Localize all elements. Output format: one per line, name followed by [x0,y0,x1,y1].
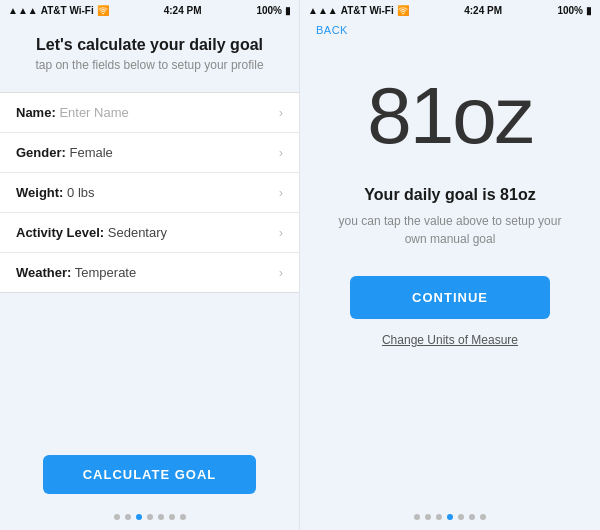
name-field-row[interactable]: Name: Enter Name › [0,93,299,133]
wifi-icon-r: 🛜 [397,5,409,16]
page-subtitle: tap on the fields below to setup your pr… [20,58,279,72]
weather-label: Weather: Temperate [16,265,136,280]
change-units-link[interactable]: Change Units of Measure [382,333,518,347]
dot-4 [147,514,153,520]
chevron-icon: › [279,225,283,240]
calculate-goal-button[interactable]: CALCULATE GOAL [43,455,257,494]
dot-5 [158,514,164,520]
carrier-label: AT&T Wi-Fi [41,5,94,16]
dot-1 [114,514,120,520]
wifi-icon: 🛜 [97,5,109,16]
rdot-7 [480,514,486,520]
goal-subtitle: you can tap the value above to setup you… [300,212,600,248]
right-panel: ▲▲▲ AT&T Wi-Fi 🛜 4:24 PM 100% ▮ BACK 81o… [300,0,600,530]
rdot-5 [458,514,464,520]
chevron-icon: › [279,105,283,120]
left-panel: ▲▲▲ AT&T Wi-Fi 🛜 4:24 PM 100% ▮ Let's ca… [0,0,300,530]
status-right: 100% ▮ [256,5,291,16]
battery-icon-r: ▮ [586,5,592,16]
rdot-6 [469,514,475,520]
battery-icon: ▮ [285,5,291,16]
activity-field-row[interactable]: Activity Level: Sedentary › [0,213,299,253]
dot-3 [136,514,142,520]
status-bar-right: ▲▲▲ AT&T Wi-Fi 🛜 4:24 PM 100% ▮ [300,0,600,20]
time-label-r: 4:24 PM [464,5,502,16]
carrier-label-r: AT&T Wi-Fi [341,5,394,16]
dot-6 [169,514,175,520]
chevron-icon: › [279,265,283,280]
battery-label-r: 100% [557,5,583,16]
status-left-r: ▲▲▲ AT&T Wi-Fi 🛜 [308,5,409,16]
status-bar-left: ▲▲▲ AT&T Wi-Fi 🛜 4:24 PM 100% ▮ [0,0,299,20]
weight-field-row[interactable]: Weight: 0 lbs › [0,173,299,213]
status-left: ▲▲▲ AT&T Wi-Fi 🛜 [8,5,109,16]
signal-icon: ▲▲▲ [8,5,38,16]
rdot-1 [414,514,420,520]
back-button[interactable]: BACK [316,24,348,36]
time-label: 4:24 PM [164,5,202,16]
goal-number: 81 [367,71,452,160]
page-dots-left [0,514,299,520]
weather-field-row[interactable]: Weather: Temperate › [0,253,299,292]
name-label: Name: Enter Name [16,105,129,120]
dot-7 [180,514,186,520]
rdot-4 [447,514,453,520]
left-header: Let's calculate your daily goal tap on t… [0,20,299,82]
calculate-btn-area: CALCULATE GOAL [0,455,299,494]
goal-title: Your daily goal is 81oz [364,186,535,204]
profile-form: Name: Enter Name › Gender: Female › Weig… [0,92,299,293]
chevron-icon: › [279,185,283,200]
goal-value-display[interactable]: 81oz [367,76,532,156]
battery-label: 100% [256,5,282,16]
goal-unit: oz [452,71,533,160]
gender-label: Gender: Female [16,145,113,160]
rdot-2 [425,514,431,520]
gender-field-row[interactable]: Gender: Female › [0,133,299,173]
dot-2 [125,514,131,520]
rdot-3 [436,514,442,520]
weight-label: Weight: 0 lbs [16,185,95,200]
signal-icon-r: ▲▲▲ [308,5,338,16]
page-title: Let's calculate your daily goal [20,36,279,54]
activity-label: Activity Level: Sedentary [16,225,167,240]
continue-button[interactable]: CONTINUE [350,276,550,319]
chevron-icon: › [279,145,283,160]
page-dots-right [300,514,600,520]
status-right-r: 100% ▮ [557,5,592,16]
